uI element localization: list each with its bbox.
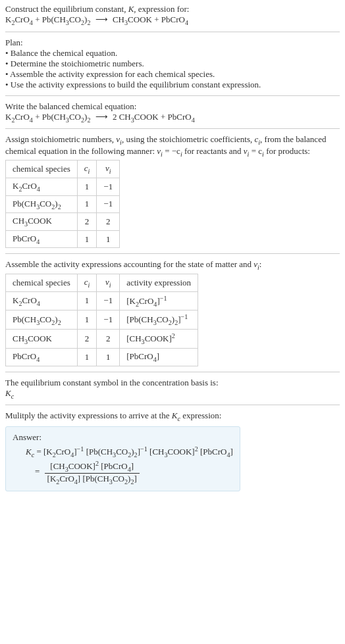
table-row: PbCrO4 1 1 [6, 230, 120, 248]
plan-heading: Plan: [5, 37, 340, 48]
cell-c: 1 [77, 310, 97, 330]
stoich-table: chemical species ci νi K2CrO4 1 −1 Pb(CH… [5, 160, 120, 248]
table-row: CH3COOK 2 2 [6, 213, 120, 231]
col-activity: activity expression [120, 274, 198, 291]
cell-nu: 2 [97, 213, 120, 231]
table-row: K2CrO4 1 −1 [6, 178, 120, 195]
activity-block: Assemble the activity expressions accoun… [5, 259, 340, 366]
cell-c: 1 [77, 230, 97, 248]
plan-item: Determine the stoichiometric numbers. [5, 59, 340, 69]
cell-c: 2 [77, 330, 97, 349]
fraction: [CH3COOK]2 [PbCrO4] [K2CrO4] [Pb(CH3CO2)… [45, 460, 140, 485]
cell-nu: 2 [97, 330, 120, 349]
cell-species: Pb(CH3CO2)2 [6, 310, 78, 330]
stoich-block: Assign stoichiometric numbers, νi, using… [5, 134, 340, 248]
header-text-2: , expression for: [134, 4, 189, 14]
cell-nu: 1 [97, 349, 120, 366]
answer-line-1: Kc = [K2CrO4]−1 [Pb(CH3CO2)2]−1 [CH3COOK… [26, 445, 233, 458]
divider [5, 405, 340, 405]
cell-activity: [K2CrO4]−1 [120, 291, 198, 310]
table-header-row: chemical species ci νi activity expressi… [6, 274, 198, 291]
cell-c: 1 [77, 195, 97, 213]
cell-species: PbCrO4 [6, 230, 78, 248]
table-row: Pb(CH3CO2)2 1 −1 [6, 195, 120, 213]
answer-line-2: = [CH3COOK]2 [PbCrO4] [K2CrO4] [Pb(CH3CO… [35, 460, 233, 485]
cell-species: K2CrO4 [6, 291, 78, 310]
cell-c: 2 [77, 213, 97, 231]
divider [5, 253, 340, 254]
divider [5, 32, 340, 32]
plan-item: Balance the chemical equation. [5, 48, 340, 59]
cell-species: K2CrO4 [6, 178, 78, 195]
table-header-row: chemical species ci νi [6, 161, 120, 178]
stoich-text: Assign stoichiometric numbers, νi, using… [5, 134, 326, 156]
reaction-balanced: K2CrO4 + Pb(CH3CO2)2 ⟶ 2 CH3COOK + PbCrO… [5, 112, 195, 122]
col-c: ci [77, 161, 97, 178]
answer-body: Kc = [K2CrO4]−1 [Pb(CH3CO2)2]−1 [CH3COOK… [26, 445, 233, 485]
cell-species: CH3COOK [6, 330, 78, 349]
cell-activity: [Pb(CH3CO2)2]−1 [120, 310, 198, 330]
col-nu: νi [97, 161, 120, 178]
col-species: chemical species [6, 274, 78, 291]
balanced-block: Write the balanced chemical equation: K2… [5, 101, 340, 124]
assemble-text: Assemble the activity expressions accoun… [5, 259, 261, 269]
cell-nu: −1 [97, 195, 120, 213]
balanced-heading: Write the balanced chemical equation: [5, 101, 340, 112]
cell-nu: 1 [97, 230, 120, 248]
col-c: ci [77, 274, 97, 291]
cell-species: CH3COOK [6, 213, 78, 231]
multiply-block: Mulitply the activity expressions to arr… [5, 410, 340, 422]
basis-text: The equilibrium constant symbol in the c… [5, 378, 340, 388]
right-arrow-icon: ⟶ [95, 112, 108, 122]
fraction-denominator: [K2CrO4] [Pb(CH3CO2)2] [45, 474, 140, 485]
activity-table: chemical species ci νi activity expressi… [5, 274, 198, 366]
plan-item: Assemble the activity expression for eac… [5, 69, 340, 80]
plan-list: Balance the chemical equation. Determine… [5, 48, 340, 90]
header-block: Construct the equilibrium constant, K, e… [5, 4, 340, 26]
cell-activity: [CH3COOK]2 [120, 330, 198, 349]
cell-species: PbCrO4 [6, 349, 78, 366]
basis-block: The equilibrium constant symbol in the c… [5, 378, 340, 400]
table-row: Pb(CH3CO2)2 1 −1 [Pb(CH3CO2)2]−1 [6, 310, 198, 330]
cell-species: Pb(CH3CO2)2 [6, 195, 78, 213]
plan-item: Use the activity expressions to build th… [5, 80, 340, 90]
divider [5, 128, 340, 129]
header-text-1: Construct the equilibrium constant, [5, 4, 128, 14]
col-species: chemical species [6, 161, 78, 178]
answer-box: Answer: Kc = [K2CrO4]−1 [Pb(CH3CO2)2]−1 … [5, 426, 240, 491]
cell-nu: −1 [97, 310, 120, 330]
divider [5, 95, 340, 96]
cell-c: 1 [77, 291, 97, 310]
table-row: PbCrO4 1 1 [PbCrO4] [6, 349, 198, 366]
plan-block: Plan: Balance the chemical equation. Det… [5, 37, 340, 90]
reaction-unbalanced: K2CrO4 + Pb(CH3CO2)2 ⟶ CH3COOK + PbCrO4 [5, 14, 188, 24]
fraction-numerator: [CH3COOK]2 [PbCrO4] [45, 460, 140, 474]
cell-c: 1 [77, 349, 97, 366]
cell-c: 1 [77, 178, 97, 195]
multiply-text: Mulitply the activity expressions to arr… [5, 410, 221, 420]
cell-activity: [PbCrO4] [120, 349, 198, 366]
cell-nu: −1 [97, 178, 120, 195]
col-nu: νi [97, 274, 120, 291]
answer-label: Answer: [13, 432, 233, 443]
table-row: K2CrO4 1 −1 [K2CrO4]−1 [6, 291, 198, 310]
table-row: CH3COOK 2 2 [CH3COOK]2 [6, 330, 198, 349]
divider [5, 372, 340, 372]
cell-nu: −1 [97, 291, 120, 310]
right-arrow-icon: ⟶ [95, 14, 108, 25]
kc-symbol: Kc [5, 388, 340, 400]
